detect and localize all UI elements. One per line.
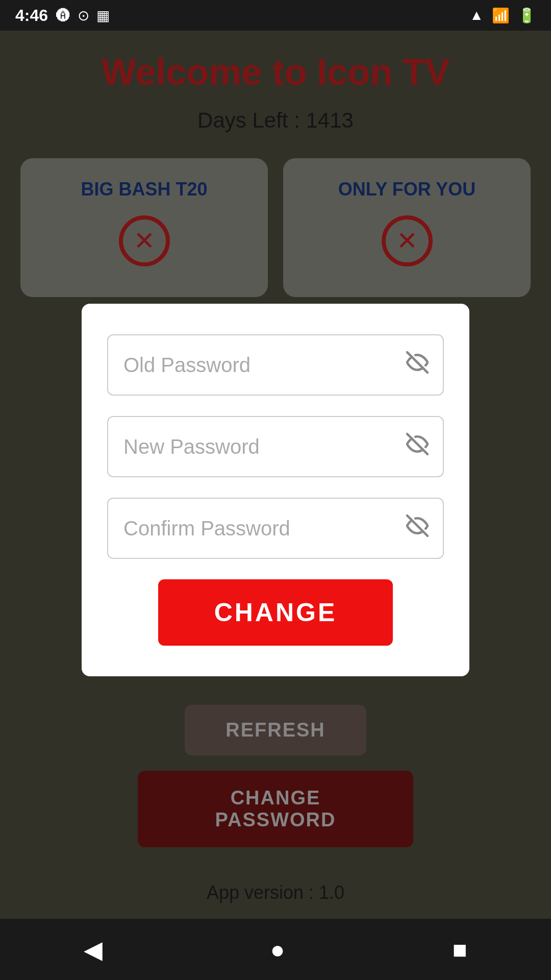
old-password-input[interactable] xyxy=(107,334,444,396)
battery-icon: 🔋 xyxy=(518,7,536,24)
recent-nav-icon[interactable]: ■ xyxy=(453,936,467,964)
change-button[interactable]: CHANGE xyxy=(158,579,393,646)
status-icons: ▲ 📶 🔋 xyxy=(469,7,536,24)
old-password-wrapper xyxy=(107,334,444,396)
change-password-modal: CHANGE xyxy=(82,304,469,676)
new-password-toggle-icon[interactable] xyxy=(406,433,429,460)
confirm-password-wrapper xyxy=(107,498,444,559)
confirm-password-input[interactable] xyxy=(107,498,444,559)
nav-bar: ◀ ● ■ xyxy=(0,919,551,980)
wifi-icon: ▲ xyxy=(469,7,484,23)
status-left-icons: 🅐 ⊙ ▦ xyxy=(56,7,110,24)
new-password-wrapper xyxy=(107,416,444,477)
confirm-password-toggle-icon[interactable] xyxy=(406,514,429,542)
back-nav-icon[interactable]: ◀ xyxy=(84,935,103,964)
media-icon: ⊙ xyxy=(78,7,89,24)
status-time: 4:46 xyxy=(15,6,48,25)
old-password-toggle-icon[interactable] xyxy=(406,351,429,379)
notification-icon: 🅐 xyxy=(56,7,70,24)
modal-overlay: CHANGE xyxy=(0,0,551,980)
status-bar: 4:46 🅐 ⊙ ▦ ▲ 📶 🔋 xyxy=(0,0,551,31)
sd-icon: ▦ xyxy=(96,7,110,24)
signal-icon: 📶 xyxy=(492,7,510,24)
home-nav-icon[interactable]: ● xyxy=(270,936,285,964)
new-password-input[interactable] xyxy=(107,416,444,477)
